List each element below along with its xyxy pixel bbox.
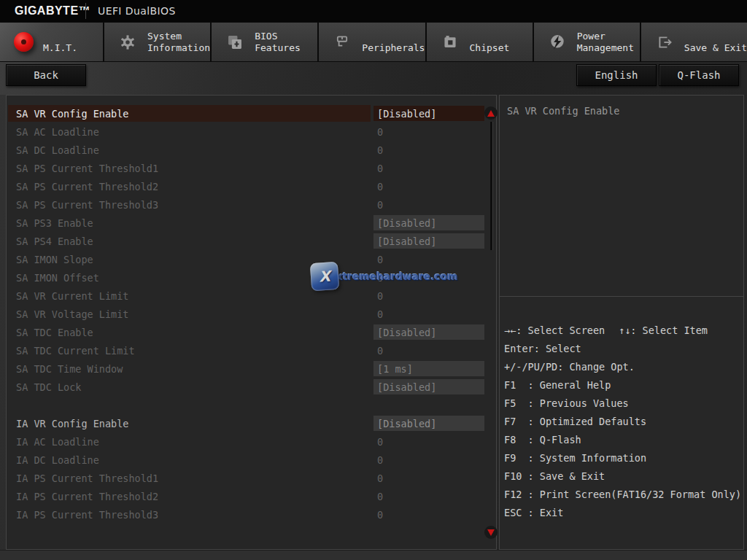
back-button[interactable]: Back (6, 64, 86, 86)
setting-label: SA IMON Offset (8, 269, 371, 286)
setting-row: SA VR Current Limit0 (7, 287, 496, 305)
tab-m-i-t[interactable]: M.I.T. (0, 23, 103, 61)
setting-row: SA IMON Offset0 (7, 268, 496, 287)
setting-value: [Disabled] (374, 233, 484, 249)
setting-label: SA PS Current Threshold2 (8, 178, 371, 195)
setting-row: IA PS Current Threshold20 (7, 487, 496, 505)
key-hint: →←: Select Screen (504, 322, 619, 340)
setting-value: 0 (374, 470, 484, 486)
key-hint: F9 : System Information (504, 449, 646, 467)
key-hint-line: F12 : Print Screen(FAT16/32 Format Only) (504, 486, 743, 504)
setting-value: [Disabled] (374, 106, 484, 121)
settings-panel: SA VR Config Enable[Disabled]SA AC Loadl… (6, 95, 497, 550)
setting-row: SA TDC Lock[Disabled] (7, 378, 496, 396)
setting-label: IA DC Loadline (8, 451, 371, 468)
setting-row: IA PS Current Threshold30 (7, 505, 496, 524)
settings-list: SA VR Config Enable[Disabled]SA AC Loadl… (7, 104, 496, 524)
scrollbar-thumb[interactable] (490, 122, 492, 250)
setting-row: SA IMON Slope0 (7, 250, 496, 268)
setting-value: [Disabled] (374, 379, 484, 394)
setting-row: SA VR Voltage Limit0 (7, 305, 496, 323)
tab-save-exit[interactable]: Save & Exit (641, 23, 747, 61)
save-exit-icon (654, 31, 676, 53)
info-panel: SA VR Config Enable →←: Select Screen↑↓:… (499, 95, 744, 550)
setting-row: SA DC Loadline0 (7, 141, 496, 159)
tab-label: Power Management (577, 29, 634, 55)
title-divider (85, 3, 86, 19)
setting-label: SA VR Config Enable (8, 105, 371, 122)
tab-chipset[interactable]: Chipset (427, 23, 533, 61)
setting-row: IA DC Loadline0 (7, 451, 496, 469)
setting-value: 0 (374, 452, 484, 467)
key-hint-line: F7 : Optimized Defaults (504, 413, 743, 431)
setting-label: SA TDC Lock (8, 378, 371, 395)
setting-label: SA PS Current Threshold1 (8, 160, 371, 176)
qflash-button[interactable]: Q-Flash (659, 64, 739, 86)
setting-label: SA PS4 Enable (8, 233, 371, 249)
setting-row: IA AC Loadline0 (7, 432, 496, 451)
setting-label: SA TDC Enable (8, 324, 371, 341)
setting-row[interactable]: IA VR Config Enable[Disabled] (7, 414, 496, 432)
key-hint: ESC : Exit (504, 504, 619, 522)
setting-value: 0 (374, 179, 484, 194)
scroll-down-button[interactable] (484, 526, 498, 539)
setting-row: SA TDC Current Limit0 (7, 341, 496, 359)
setting-label: SA AC Loadline (8, 123, 371, 140)
scroll-down-icon (487, 529, 495, 536)
setting-value: [Disabled] (374, 416, 484, 431)
setting-value: 0 (374, 343, 484, 358)
setting-value: 0 (374, 252, 484, 267)
key-hint: Enter: Select (504, 340, 619, 358)
key-hint-line: →←: Select Screen↑↓: Select Item (504, 322, 743, 340)
key-hint: F12 : Print Screen(FAT16/32 Format Only) (504, 486, 741, 504)
setting-value: 0 (374, 507, 484, 522)
setting-label: SA PS Current Threshold3 (8, 196, 371, 213)
bios-screen: GIGABYTE™ UEFI DualBIOS M.I.T.System Inf… (0, 0, 747, 560)
row-spacer (7, 396, 496, 414)
key-hint-line: Enter: Select (504, 340, 743, 358)
setting-value: [1 ms] (374, 361, 484, 376)
tab-label: Peripherals (362, 29, 425, 55)
key-hint: F8 : Q-Flash (504, 431, 619, 449)
setting-label: SA IMON Slope (8, 251, 371, 268)
toolbar: Back English Q-Flash (0, 62, 747, 95)
setting-label: SA TDC Time Window (8, 360, 371, 377)
tab-system-information[interactable]: System Information (104, 23, 210, 61)
setting-value: 0 (374, 197, 484, 212)
tab-power-management[interactable]: Power Management (534, 23, 640, 61)
setting-label: SA TDC Current Limit (8, 342, 371, 359)
bottom-strip (0, 550, 747, 560)
setting-value: [Disabled] (374, 324, 484, 340)
key-hint-line: F10 : Save & Exit (504, 467, 743, 486)
setting-row: SA TDC Enable[Disabled] (7, 323, 496, 341)
tab-label: Save & Exit (684, 29, 747, 55)
firmware-title: UEFI DualBIOS (98, 5, 176, 17)
setting-label: IA VR Config Enable (8, 415, 371, 432)
setting-value: 0 (374, 288, 484, 303)
setting-row: SA AC Loadline0 (7, 122, 496, 141)
setting-row: SA PS Current Threshold30 (7, 195, 496, 214)
tab-peripherals[interactable]: Peripherals (319, 23, 425, 61)
setting-value: 0 (374, 489, 484, 504)
bios-chip-icon (224, 31, 246, 53)
setting-value: 0 (374, 142, 484, 158)
setting-row: SA TDC Time Window[1 ms] (7, 359, 496, 378)
scroll-up-icon (487, 110, 495, 117)
setting-value: 0 (374, 124, 484, 139)
gear-icon (117, 31, 139, 53)
key-hint-line: ESC : Exit (504, 504, 743, 522)
setting-row: SA PS4 Enable[Disabled] (7, 232, 496, 250)
setting-value: 0 (374, 434, 484, 449)
scroll-up-button[interactable] (484, 106, 498, 120)
key-hint: ↑↓: Select Item (619, 324, 708, 336)
setting-value: 0 (374, 306, 484, 322)
key-hint: +/-/PU/PD: Change Opt. (504, 358, 635, 376)
setting-row[interactable]: SA VR Config Enable[Disabled] (7, 104, 496, 122)
tab-label: System Information (147, 29, 210, 55)
language-button[interactable]: English (576, 64, 657, 86)
tab-label: Chipset (470, 29, 510, 55)
tab-bios-features[interactable]: BIOS Features (212, 23, 317, 61)
setting-row: SA PS3 Enable[Disabled] (7, 214, 496, 232)
setting-label: SA PS3 Enable (8, 214, 371, 231)
setting-label: IA PS Current Threshold1 (8, 470, 371, 486)
